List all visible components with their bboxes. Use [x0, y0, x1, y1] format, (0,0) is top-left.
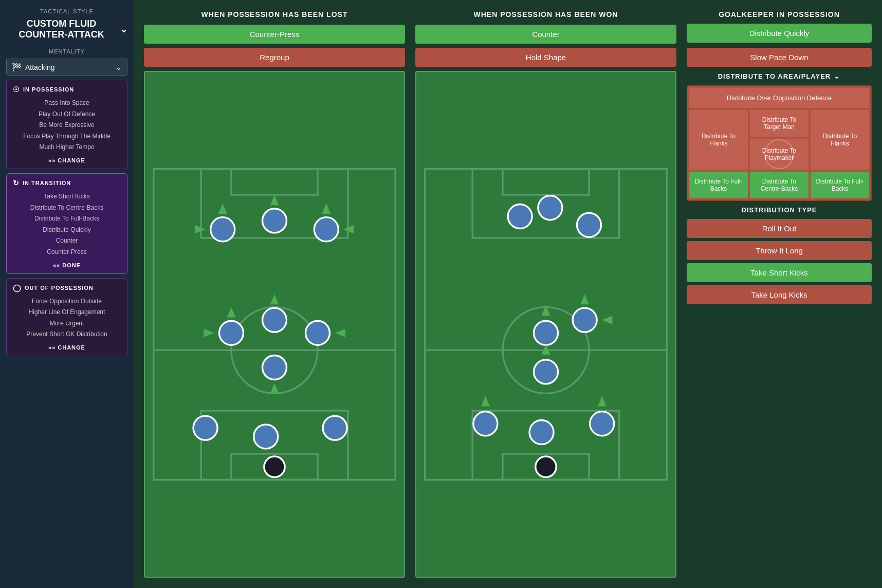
in-possession-header: ☉ IN POSSESSION	[13, 85, 121, 94]
svg-point-19	[262, 308, 286, 332]
in-transition-header: ↻ IN TRANSITION	[13, 179, 121, 187]
distribute-flanks-right-btn[interactable]: Distribute To Flanks	[811, 110, 869, 170]
list-item: Take Short Kicks	[13, 191, 121, 203]
list-item: More Urgent	[13, 318, 121, 329]
list-item: Play Out Of Defence	[13, 109, 121, 120]
chevrons-right-icon: »»	[48, 157, 56, 163]
svg-point-42	[573, 308, 597, 332]
list-item: Higher Line Of Engagement	[13, 307, 121, 318]
out-of-possession-section: ◯ OUT OF POSSESSION Force Opposition Out…	[6, 278, 127, 356]
chevron-down-icon[interactable]: ⌄	[120, 24, 127, 35]
svg-point-28	[264, 456, 285, 477]
throw-it-long-btn[interactable]: Throw It Long	[687, 241, 872, 260]
possession-lost-title: WHEN POSSESSION HAS BEEN LOST	[144, 10, 405, 19]
list-item: Distribute Quickly	[13, 225, 121, 236]
svg-point-50	[590, 412, 614, 436]
list-item: Prevent Short GK Distribution	[13, 329, 121, 340]
in-transition-items: Take Short Kicks Distribute To Centre-Ba…	[13, 191, 121, 258]
distribute-over-btn[interactable]: Distribute Over Opposition Defence	[689, 88, 869, 108]
list-item: Force Opposition Outside	[13, 296, 121, 307]
list-item: Distribute To Full-Backs	[13, 213, 121, 225]
mentality-chevron-icon: ⌄	[116, 63, 122, 71]
distribute-area-chevron-icon[interactable]: ⌄	[834, 72, 840, 80]
mentality-value: Attacking	[25, 63, 55, 71]
chevrons-left-icon: ««	[53, 262, 60, 268]
distribute-playmaker-btn[interactable]: Distribute To Playmaker	[750, 139, 808, 170]
distribute-full-backs-left-btn[interactable]: Distribute To Full-Backs	[689, 172, 748, 198]
gk-panel-title: GOALKEEPER IN POSSESSION	[687, 10, 872, 19]
counter-btn[interactable]: Counter	[415, 25, 676, 44]
hold-shape-btn[interactable]: Hold Shape	[415, 48, 676, 67]
svg-point-46	[534, 360, 558, 384]
svg-point-49	[529, 420, 554, 444]
main-content: WHEN POSSESSION HAS BEEN LOST Counter-Pr…	[134, 0, 882, 588]
distribute-target-man-btn[interactable]: Distribute To Target Man	[750, 110, 808, 137]
sidebar: TACTICAL STYLE CUSTOM FLUID COUNTER-ATTA…	[0, 0, 134, 588]
tactics-row: WHEN POSSESSION HAS BEEN LOST Counter-Pr…	[144, 10, 872, 578]
in-transition-done-btn[interactable]: «« DONE	[13, 262, 121, 268]
svg-point-12	[314, 217, 338, 242]
distribute-center-column: Distribute To Target Man Distribute To P…	[750, 110, 808, 170]
gk-panel: GOALKEEPER IN POSSESSION Distribute Quic…	[687, 10, 872, 578]
svg-point-21	[305, 321, 329, 345]
distribute-area-header: DISTRIBUTE TO AREA/PLAYER ⌄	[687, 72, 872, 80]
svg-point-41	[534, 321, 558, 345]
counter-press-btn[interactable]: Counter-Press	[144, 25, 405, 44]
distribute-full-backs-right-btn[interactable]: Distribute To Full-Backs	[811, 172, 869, 198]
tactical-style-name: CUSTOM FLUID COUNTER-ATTACK ⌄	[6, 19, 127, 40]
svg-point-37	[508, 204, 532, 228]
list-item: Much Higher Tempo	[13, 142, 121, 153]
slow-pace-down-btn[interactable]: Slow Pace Down	[687, 48, 872, 67]
distribute-centre-backs-btn[interactable]: Distribute To Centre-Backs	[750, 172, 808, 198]
svg-point-23	[262, 355, 286, 379]
in-transition-section: ↻ IN TRANSITION Take Short Kicks Distrib…	[6, 173, 127, 274]
distribute-flanks-left-btn[interactable]: Distribute To Flanks	[689, 110, 748, 170]
list-item: Distribute To Centre-Backs	[13, 203, 121, 214]
distribute-quickly-btn[interactable]: Distribute Quickly	[687, 24, 872, 43]
out-possession-icon: ◯	[13, 284, 22, 292]
pitch-won	[415, 71, 676, 578]
svg-point-27	[323, 416, 347, 440]
transition-icon: ↻	[13, 179, 20, 187]
dist-type-list: Roll It Out Throw It Long Take Short Kic…	[687, 219, 872, 304]
in-possession-section: ☉ IN POSSESSION Pass Into Space Play Out…	[6, 80, 127, 169]
distribute-middle: Distribute To Flanks Distribute To Targe…	[689, 110, 869, 170]
tactical-style-label: TACTICAL STYLE	[6, 8, 127, 14]
possession-icon: ☉	[13, 85, 20, 94]
take-short-kicks-btn[interactable]: Take Short Kicks	[687, 263, 872, 282]
list-item: Counter-Press	[13, 247, 121, 258]
svg-point-26	[254, 425, 278, 449]
mentality-icon: 🏁	[12, 62, 22, 72]
svg-point-38	[577, 213, 601, 237]
svg-point-53	[536, 456, 556, 477]
list-item: Pass Into Space	[13, 98, 121, 109]
list-item: Focus Play Through The Middle	[13, 131, 121, 142]
possession-lost-panel: WHEN POSSESSION HAS BEEN LOST Counter-Pr…	[144, 10, 405, 578]
svg-point-48	[473, 412, 498, 436]
in-possession-change-btn[interactable]: »» CHANGE	[13, 157, 121, 163]
svg-point-16	[219, 321, 243, 345]
pitch-lost	[144, 71, 405, 578]
mentality-dropdown[interactable]: 🏁 Attacking ⌄	[6, 59, 127, 76]
in-possession-items: Pass Into Space Play Out Of Defence Be M…	[13, 98, 121, 153]
possession-won-panel: WHEN POSSESSION HAS BEEN WON Counter Hol…	[415, 10, 676, 578]
svg-point-8	[211, 217, 235, 242]
list-item: Counter	[13, 235, 121, 247]
take-long-kicks-btn[interactable]: Take Long Kicks	[687, 285, 872, 304]
chevrons-right-icon2: »»	[48, 344, 56, 351]
distribute-grid: Distribute Over Opposition Defence Distr…	[687, 85, 872, 201]
svg-point-25	[193, 416, 217, 440]
list-item: Be More Expressive	[13, 120, 121, 131]
roll-it-out-btn[interactable]: Roll It Out	[687, 219, 872, 238]
possession-won-title: WHEN POSSESSION HAS BEEN WON	[415, 10, 676, 19]
dist-type-title: DISTRIBUTION TYPE	[687, 206, 872, 214]
regroup-btn[interactable]: Regroup	[144, 48, 405, 67]
distribute-bottom: Distribute To Full-Backs Distribute To C…	[689, 172, 869, 198]
svg-point-40	[538, 196, 562, 220]
out-of-possession-header: ◯ OUT OF POSSESSION	[13, 284, 121, 292]
svg-point-10	[262, 209, 286, 233]
out-of-possession-change-btn[interactable]: »» CHANGE	[13, 344, 121, 351]
svg-point-54	[765, 140, 794, 169]
out-of-possession-items: Force Opposition Outside Higher Line Of …	[13, 296, 121, 340]
mentality-label: MENTALITY	[6, 48, 127, 54]
